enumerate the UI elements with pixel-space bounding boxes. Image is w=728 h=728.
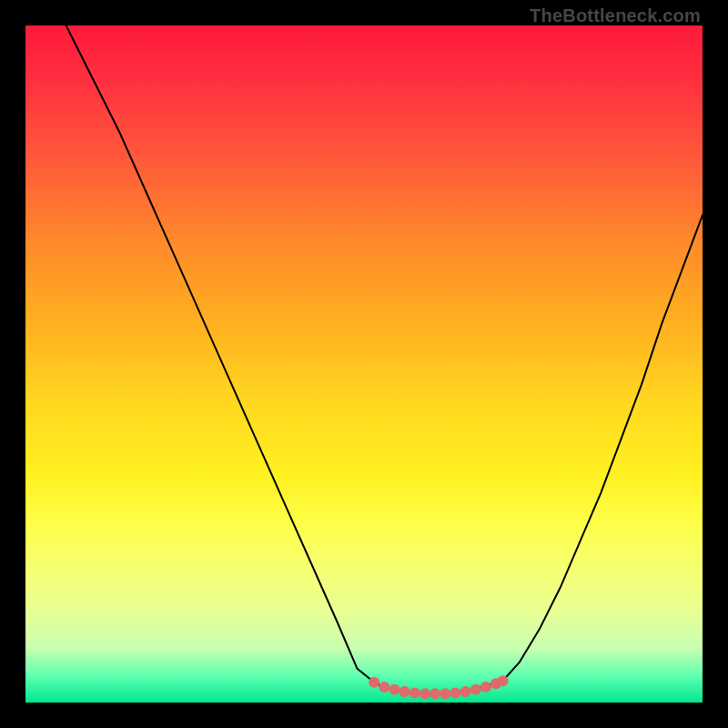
marker-dot — [420, 688, 430, 699]
series-right-curve — [503, 215, 703, 681]
marker-dot — [460, 686, 471, 697]
marker-dot — [430, 688, 440, 699]
marker-dot — [470, 684, 481, 695]
marker-dot — [498, 675, 509, 686]
chart-frame: TheBottleneck.com — [0, 0, 728, 728]
marker-dot — [440, 688, 450, 699]
marker-dot — [379, 682, 389, 693]
series-left-curve — [66, 25, 375, 682]
curve-layer — [25, 25, 703, 703]
marker-dot — [450, 688, 460, 699]
marker-dot — [410, 688, 420, 699]
bottom-markers — [369, 675, 508, 699]
marker-dot — [369, 677, 379, 688]
marker-dot — [480, 682, 491, 693]
marker-dot — [389, 684, 399, 695]
watermark-text: TheBottleneck.com — [530, 5, 701, 26]
plot-area — [25, 25, 703, 703]
marker-dot — [399, 686, 410, 697]
curve-lines — [66, 25, 703, 693]
